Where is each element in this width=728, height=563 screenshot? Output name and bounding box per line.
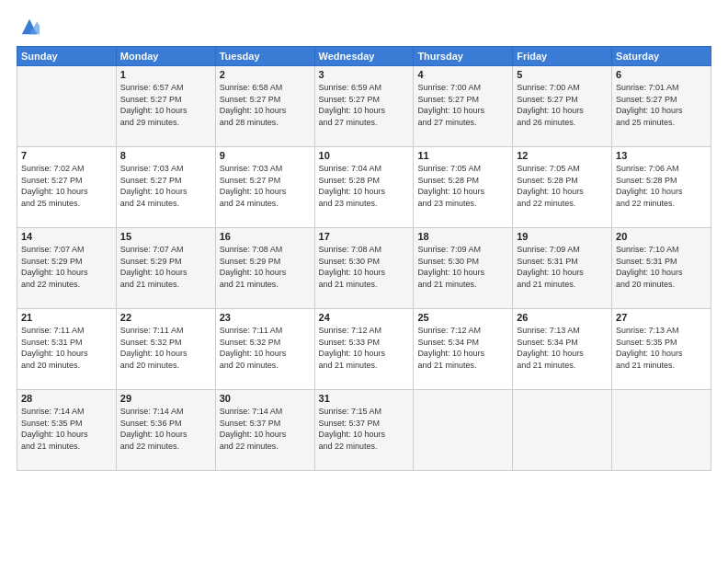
calendar-table: SundayMondayTuesdayWednesdayThursdayFrid… [17, 46, 711, 471]
day-info: Sunrise: 7:11 AM Sunset: 5:31 PM Dayligh… [21, 326, 88, 370]
calendar-cell [612, 390, 711, 471]
day-info: Sunrise: 7:01 AM Sunset: 5:27 PM Dayligh… [616, 83, 683, 127]
calendar-body: 1Sunrise: 6:57 AM Sunset: 5:27 PM Daylig… [17, 66, 711, 471]
day-number: 10 [319, 150, 410, 161]
day-info: Sunrise: 6:58 AM Sunset: 5:27 PM Dayligh… [220, 83, 287, 127]
calendar-cell: 2Sunrise: 6:58 AM Sunset: 5:27 PM Daylig… [215, 66, 314, 147]
calendar-week-1: 1Sunrise: 6:57 AM Sunset: 5:27 PM Daylig… [17, 66, 711, 147]
calendar-cell: 31Sunrise: 7:15 AM Sunset: 5:37 PM Dayli… [314, 390, 414, 471]
day-number: 30 [220, 393, 311, 404]
day-number: 25 [417, 312, 508, 323]
day-number: 21 [21, 312, 112, 323]
calendar-cell: 5Sunrise: 7:00 AM Sunset: 5:27 PM Daylig… [513, 66, 612, 147]
calendar-cell: 21Sunrise: 7:11 AM Sunset: 5:31 PM Dayli… [17, 309, 117, 390]
day-number: 19 [517, 231, 608, 242]
day-info: Sunrise: 7:03 AM Sunset: 5:27 PM Dayligh… [220, 164, 287, 208]
day-number: 15 [120, 231, 211, 242]
calendar-cell: 20Sunrise: 7:10 AM Sunset: 5:31 PM Dayli… [612, 228, 711, 309]
day-number: 11 [417, 150, 508, 161]
logo-icon [19, 17, 40, 37]
calendar-cell: 15Sunrise: 7:07 AM Sunset: 5:29 PM Dayli… [116, 228, 215, 309]
day-info: Sunrise: 7:12 AM Sunset: 5:34 PM Dayligh… [417, 326, 484, 370]
header [17, 17, 711, 37]
calendar-cell [17, 66, 117, 147]
day-number: 23 [220, 312, 311, 323]
day-number: 5 [517, 69, 608, 80]
day-info: Sunrise: 7:03 AM Sunset: 5:27 PM Dayligh… [120, 164, 188, 208]
day-info: Sunrise: 7:07 AM Sunset: 5:29 PM Dayligh… [21, 245, 88, 289]
calendar-cell: 23Sunrise: 7:11 AM Sunset: 5:32 PM Dayli… [215, 309, 314, 390]
day-info: Sunrise: 7:11 AM Sunset: 5:32 PM Dayligh… [120, 326, 188, 370]
calendar-header: SundayMondayTuesdayWednesdayThursdayFrid… [17, 47, 711, 66]
weekday-sunday: Sunday [17, 47, 117, 66]
calendar-week-3: 14Sunrise: 7:07 AM Sunset: 5:29 PM Dayli… [17, 228, 711, 309]
calendar-cell: 25Sunrise: 7:12 AM Sunset: 5:34 PM Dayli… [414, 309, 513, 390]
day-number: 17 [319, 231, 410, 242]
day-number: 24 [319, 312, 410, 323]
day-number: 9 [220, 150, 311, 161]
calendar-cell: 6Sunrise: 7:01 AM Sunset: 5:27 PM Daylig… [612, 66, 711, 147]
calendar-cell: 14Sunrise: 7:07 AM Sunset: 5:29 PM Dayli… [17, 228, 117, 309]
weekday-thursday: Thursday [414, 47, 513, 66]
day-number: 13 [616, 150, 707, 161]
day-number: 1 [120, 69, 211, 80]
day-info: Sunrise: 7:09 AM Sunset: 5:30 PM Dayligh… [417, 245, 484, 289]
day-info: Sunrise: 7:07 AM Sunset: 5:29 PM Dayligh… [120, 245, 188, 289]
day-info: Sunrise: 7:13 AM Sunset: 5:35 PM Dayligh… [616, 326, 683, 370]
calendar-cell: 1Sunrise: 6:57 AM Sunset: 5:27 PM Daylig… [116, 66, 215, 147]
day-number: 14 [21, 231, 112, 242]
weekday-saturday: Saturday [612, 47, 711, 66]
calendar-cell: 26Sunrise: 7:13 AM Sunset: 5:34 PM Dayli… [513, 309, 612, 390]
day-info: Sunrise: 7:00 AM Sunset: 5:27 PM Dayligh… [417, 83, 484, 127]
day-info: Sunrise: 7:08 AM Sunset: 5:29 PM Dayligh… [220, 245, 287, 289]
day-number: 6 [616, 69, 707, 80]
calendar-cell: 16Sunrise: 7:08 AM Sunset: 5:29 PM Dayli… [215, 228, 314, 309]
calendar-page: SundayMondayTuesdayWednesdayThursdayFrid… [0, 0, 728, 563]
weekday-tuesday: Tuesday [215, 47, 314, 66]
calendar-cell: 28Sunrise: 7:14 AM Sunset: 5:35 PM Dayli… [17, 390, 117, 471]
calendar-cell: 13Sunrise: 7:06 AM Sunset: 5:28 PM Dayli… [612, 147, 711, 228]
day-number: 22 [120, 312, 211, 323]
day-number: 8 [120, 150, 211, 161]
day-number: 31 [319, 393, 410, 404]
calendar-cell: 3Sunrise: 6:59 AM Sunset: 5:27 PM Daylig… [314, 66, 414, 147]
day-info: Sunrise: 7:05 AM Sunset: 5:28 PM Dayligh… [517, 164, 584, 208]
day-info: Sunrise: 7:14 AM Sunset: 5:36 PM Dayligh… [120, 407, 188, 451]
day-info: Sunrise: 7:13 AM Sunset: 5:34 PM Dayligh… [517, 326, 584, 370]
calendar-cell: 12Sunrise: 7:05 AM Sunset: 5:28 PM Dayli… [513, 147, 612, 228]
day-info: Sunrise: 7:02 AM Sunset: 5:27 PM Dayligh… [21, 164, 88, 208]
day-info: Sunrise: 6:59 AM Sunset: 5:27 PM Dayligh… [319, 83, 386, 127]
calendar-cell: 18Sunrise: 7:09 AM Sunset: 5:30 PM Dayli… [414, 228, 513, 309]
day-number: 7 [21, 150, 112, 161]
calendar-cell: 4Sunrise: 7:00 AM Sunset: 5:27 PM Daylig… [414, 66, 513, 147]
calendar-week-4: 21Sunrise: 7:11 AM Sunset: 5:31 PM Dayli… [17, 309, 711, 390]
day-info: Sunrise: 7:11 AM Sunset: 5:32 PM Dayligh… [220, 326, 287, 370]
day-number: 12 [517, 150, 608, 161]
calendar-cell [414, 390, 513, 471]
day-number: 26 [517, 312, 608, 323]
weekday-wednesday: Wednesday [314, 47, 414, 66]
day-number: 18 [417, 231, 508, 242]
day-number: 2 [220, 69, 311, 80]
day-info: Sunrise: 6:57 AM Sunset: 5:27 PM Dayligh… [120, 83, 188, 127]
calendar-cell: 19Sunrise: 7:09 AM Sunset: 5:31 PM Dayli… [513, 228, 612, 309]
calendar-cell: 17Sunrise: 7:08 AM Sunset: 5:30 PM Dayli… [314, 228, 414, 309]
calendar-cell: 30Sunrise: 7:14 AM Sunset: 5:37 PM Dayli… [215, 390, 314, 471]
calendar-cell: 8Sunrise: 7:03 AM Sunset: 5:27 PM Daylig… [116, 147, 215, 228]
day-info: Sunrise: 7:09 AM Sunset: 5:31 PM Dayligh… [517, 245, 584, 289]
day-info: Sunrise: 7:05 AM Sunset: 5:28 PM Dayligh… [417, 164, 484, 208]
day-info: Sunrise: 7:04 AM Sunset: 5:28 PM Dayligh… [319, 164, 386, 208]
weekday-monday: Monday [116, 47, 215, 66]
day-info: Sunrise: 7:00 AM Sunset: 5:27 PM Dayligh… [517, 83, 584, 127]
calendar-cell: 29Sunrise: 7:14 AM Sunset: 5:36 PM Dayli… [116, 390, 215, 471]
calendar-week-5: 28Sunrise: 7:14 AM Sunset: 5:35 PM Dayli… [17, 390, 711, 471]
weekday-header-row: SundayMondayTuesdayWednesdayThursdayFrid… [17, 47, 711, 66]
calendar-cell: 22Sunrise: 7:11 AM Sunset: 5:32 PM Dayli… [116, 309, 215, 390]
calendar-cell: 24Sunrise: 7:12 AM Sunset: 5:33 PM Dayli… [314, 309, 414, 390]
calendar-cell: 27Sunrise: 7:13 AM Sunset: 5:35 PM Dayli… [612, 309, 711, 390]
day-number: 20 [616, 231, 707, 242]
day-number: 29 [120, 393, 211, 404]
day-number: 27 [616, 312, 707, 323]
calendar-cell: 9Sunrise: 7:03 AM Sunset: 5:27 PM Daylig… [215, 147, 314, 228]
logo [17, 17, 40, 37]
